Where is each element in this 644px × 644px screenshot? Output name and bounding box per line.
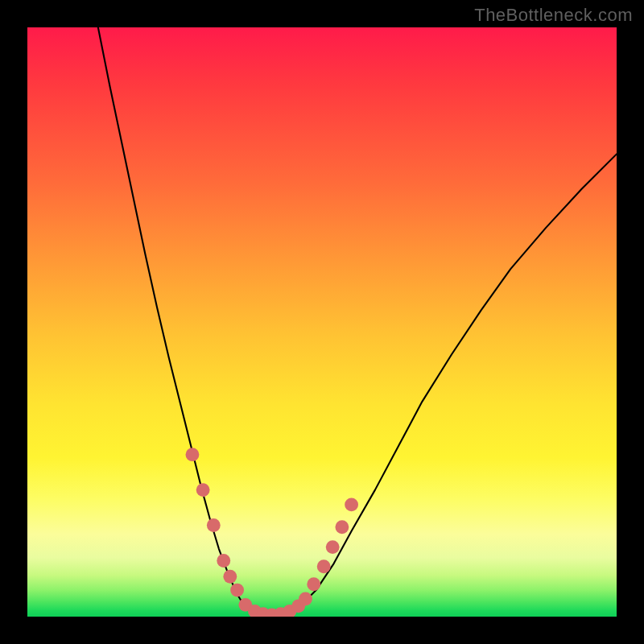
marker-dot: [307, 577, 320, 591]
watermark-text: TheBottleneck.com: [474, 5, 633, 26]
plot-area: [27, 27, 617, 617]
marker-dot: [335, 520, 349, 534]
marker-dot: [223, 570, 237, 584]
marker-dot: [217, 554, 230, 568]
marker-dot: [299, 592, 312, 606]
highlight-markers: [186, 448, 358, 617]
bottleneck-curve: [98, 27, 617, 616]
curve-path: [98, 27, 617, 616]
marker-dot: [230, 584, 244, 597]
marker-dot: [207, 518, 221, 532]
chart-stage: TheBottleneck.com: [0, 0, 644, 644]
curve-layer: [27, 27, 617, 617]
marker-dot: [317, 559, 331, 573]
marker-dot: [196, 483, 210, 497]
marker-dot: [326, 540, 340, 554]
marker-dot: [345, 498, 358, 512]
marker-dot: [186, 448, 200, 461]
